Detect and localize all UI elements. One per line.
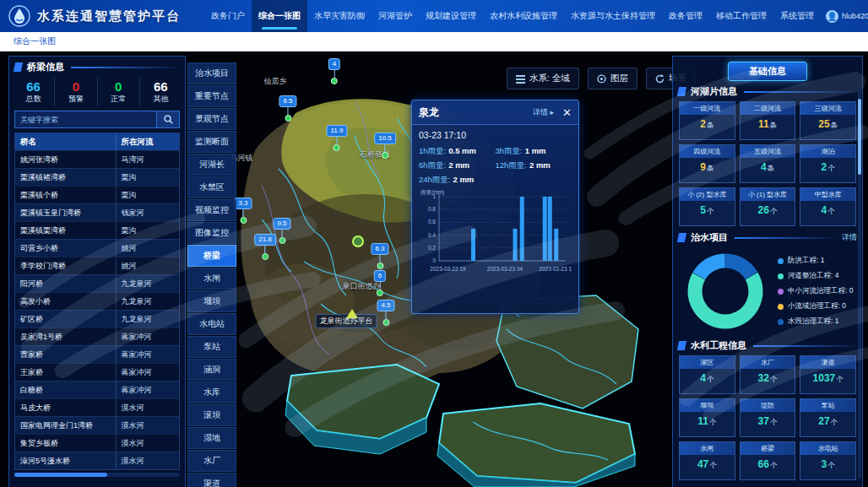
info-card[interactable]: 二级河流11条	[740, 101, 796, 140]
layer-item-8[interactable]: 桥梁	[187, 245, 236, 267]
user-menu[interactable]: 👤 hlub42080201 ▼	[826, 10, 868, 23]
table-row[interactable]: 栗溪镇褚湾桥栗沟	[15, 168, 179, 186]
layer-item-18[interactable]: 渠道	[187, 473, 236, 487]
info-card[interactable]: 小 (2) 型水库5个	[679, 187, 735, 226]
table-row[interactable]: 栗溪镇栗湾桥栗沟	[15, 221, 179, 239]
panel-vertical-scrollbar	[858, 90, 861, 479]
nav-item-7[interactable]: 政务管理	[662, 0, 709, 32]
layers-button[interactable]: 图层	[588, 68, 637, 89]
layer-item-0[interactable]: 治水项目	[187, 62, 236, 84]
nav-item-2[interactable]: 水旱灾害防御	[307, 0, 372, 32]
table-row[interactable]: 集贸乡板桥漠水河	[15, 434, 179, 452]
nav-item-9[interactable]: 系统管理	[773, 0, 821, 32]
table-row[interactable]: 阳河桥九龙泉河	[15, 274, 179, 292]
card-title: 堰坝	[680, 399, 735, 412]
close-icon[interactable]: ✕	[562, 107, 572, 118]
info-card[interactable]: 小 (1) 型水库26个	[740, 187, 796, 226]
table-row[interactable]: 吴家湾1号桥蒋家冲河	[15, 327, 179, 345]
info-card[interactable]: 渠道1037个	[800, 355, 856, 394]
nav-item-4[interactable]: 规划建设管理	[419, 0, 483, 32]
nav-item-1[interactable]: 综合一张图	[252, 0, 307, 32]
nav-item-0[interactable]: 政务门户	[204, 0, 252, 32]
breadcrumb[interactable]: 综合一张图	[14, 35, 56, 47]
info-card[interactable]: 灌区4个	[679, 355, 735, 394]
layer-item-15[interactable]: 滚坝	[187, 404, 236, 426]
layer-item-9[interactable]: 水闸	[187, 268, 236, 289]
layer-item-3[interactable]: 监测断面	[187, 131, 236, 153]
badge-value: 4	[328, 58, 340, 70]
info-card[interactable]: 水厂32个	[740, 355, 796, 394]
info-card[interactable]: 五级河流4条	[740, 144, 796, 183]
project-detail-link[interactable]: 详情	[842, 232, 857, 243]
info-card[interactable]: 四级河流9条	[679, 144, 735, 183]
layer-item-4[interactable]: 河湖长	[187, 154, 236, 176]
map-value-badge[interactable]: 10.5	[374, 133, 396, 159]
nav-item-8[interactable]: 移动工作管理	[709, 0, 773, 32]
nav-item-6[interactable]: 水资源与水土保持管理	[564, 0, 662, 32]
table-row[interactable]: 司营乡小桥姚河	[15, 239, 179, 257]
info-card[interactable]: 堰坝11个	[679, 398, 735, 437]
info-card[interactable]: 三级河流25条	[800, 101, 856, 140]
popup-detail-link[interactable]: 详情 ▸	[533, 107, 554, 118]
search-input[interactable]	[14, 111, 157, 128]
table-row[interactable]: 王家桥蒋家冲河	[15, 363, 179, 381]
table-row[interactable]: 李学校门湾桥姚河	[15, 257, 179, 274]
tab-basic-info[interactable]: 基础信息	[728, 62, 807, 81]
table-row[interactable]: 白糖桥蒋家冲河	[15, 381, 179, 398]
scrollbar-thumb[interactable]	[858, 99, 861, 175]
table-row[interactable]: 马皮大桥漠水河	[15, 398, 179, 416]
layer-item-16[interactable]: 湿地	[187, 427, 236, 449]
table-row[interactable]: 国家电网理金门1湾桥漠水河	[15, 416, 179, 434]
info-card[interactable]: 泵站27个	[800, 398, 856, 437]
layer-item-17[interactable]: 水厂	[187, 450, 236, 472]
table-row[interactable]: 姚河张湾桥马湾河	[15, 150, 179, 168]
table-row[interactable]: 栗溪镇玉皇门湾桥钱家河	[15, 203, 179, 221]
map-value-badge[interactable]: 6.5	[279, 95, 296, 122]
breadcrumb-bar: 综合一张图	[0, 32, 868, 51]
map-value-badge[interactable]: 6.3	[371, 243, 388, 269]
stat-label: 总数	[13, 94, 54, 105]
station-circle-marker[interactable]	[352, 235, 364, 247]
table-row[interactable]: 栗溪镇个桥栗沟	[15, 186, 179, 203]
map-value-badge[interactable]: 6	[374, 270, 386, 296]
layer-item-5[interactable]: 水禁区	[187, 176, 236, 198]
map-value-badge[interactable]: 11.9	[327, 125, 348, 151]
map-value-badge[interactable]: 3.3	[234, 198, 252, 224]
info-card[interactable]: 桥梁66个	[740, 441, 796, 480]
table-row[interactable]: 矿区桥九龙泉河	[15, 310, 179, 327]
layer-item-13[interactable]: 涵洞	[187, 359, 236, 381]
layer-item-1[interactable]: 重要节点	[187, 85, 236, 107]
table-row[interactable]: 曹家桥蒋家冲河	[15, 345, 179, 363]
info-card[interactable]: 水电站3个	[800, 441, 856, 480]
layer-item-14[interactable]: 水库	[187, 381, 236, 403]
search-button[interactable]	[157, 111, 180, 128]
info-card[interactable]: 一级河流2条	[679, 101, 735, 140]
layer-item-12[interactable]: 泵站	[187, 336, 236, 358]
card-unit: 个	[709, 418, 717, 428]
card-title: 五级河流	[741, 145, 795, 158]
info-card[interactable]: 水闸47个	[679, 441, 735, 480]
nav-item-3[interactable]: 河湖管护	[372, 0, 419, 32]
warning-triangle-marker[interactable]	[346, 309, 358, 318]
scrollbar-thumb[interactable]	[14, 473, 107, 477]
info-card[interactable]: 中型水库4个	[800, 187, 856, 226]
bridge-name-cell: 栗溪镇玉皇门湾桥	[15, 204, 117, 221]
map-value-badge[interactable]: 21.8	[254, 234, 276, 260]
layer-item-10[interactable]: 堰坝	[187, 290, 236, 312]
layers-icon	[597, 74, 606, 84]
info-card[interactable]: 湖泊2个	[800, 144, 856, 183]
layer-item-11[interactable]: 水电站	[187, 313, 236, 335]
layer-item-2[interactable]: 景观节点	[187, 108, 236, 130]
map-value-badge[interactable]: 4.5	[377, 300, 394, 326]
map-value-badge[interactable]: 4	[328, 58, 340, 84]
donut-segment	[725, 261, 751, 276]
layer-item-7[interactable]: 图像监控	[187, 222, 236, 244]
layer-item-6[interactable]: 视频监控	[187, 199, 236, 221]
info-card[interactable]: 堤防37个	[740, 398, 796, 437]
table-row[interactable]: 高发小桥九龙泉河	[15, 292, 179, 310]
table-row[interactable]: 漳河5号漫水桥漠水河	[15, 452, 179, 469]
nav-item-5[interactable]: 农村水利设施管理	[483, 0, 564, 32]
card-number: 11	[697, 415, 708, 427]
water-system-select[interactable]: 水系: 全域	[507, 68, 579, 89]
river-name-cell: 九龙泉河	[117, 314, 179, 325]
